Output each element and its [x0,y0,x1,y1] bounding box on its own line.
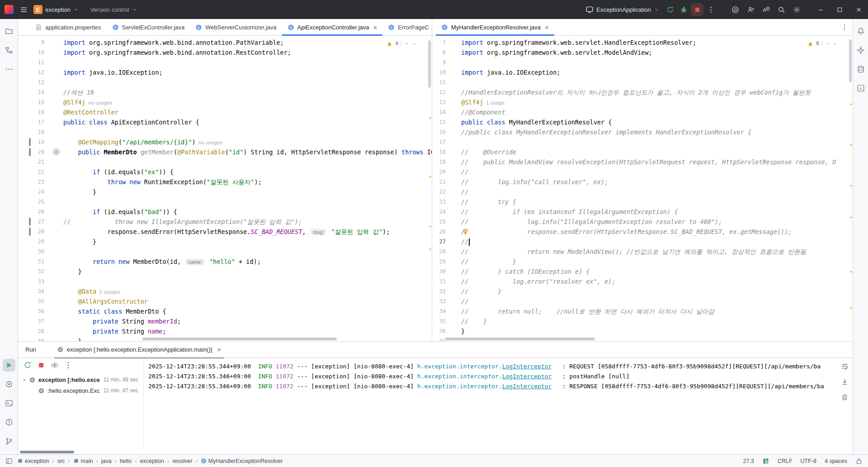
preview-icon [51,361,59,369]
close-tab-icon[interactable]: × [545,24,549,31]
stop-button[interactable] [691,3,703,16]
project-folder-button[interactable] [3,25,15,38]
run-tab[interactable]: G exception [:hello.exception.ExceptionA… [54,342,224,358]
maximize-button[interactable] [830,0,849,19]
breadcrumb-item[interactable]: resolver [172,458,192,464]
breadcrumb-item[interactable]: main [73,458,93,464]
problems-button[interactable] [3,416,15,429]
properties-file-icon [35,24,42,31]
lock-icon[interactable] [855,457,863,465]
editor-tab-servletexcontroller-java[interactable]: CServletExController.java [107,19,190,35]
code-line: 19// public ModelAndView resolveExceptio… [432,157,853,167]
settings-button[interactable] [790,3,803,16]
line-ending-widget[interactable]: CRLF [778,458,793,464]
intention-bulb-icon[interactable] [462,228,469,235]
line-number: 12 [18,67,44,77]
scrollbar-horizontal[interactable] [446,338,595,340]
code-editor-right[interactable]: 6 7import org.springframework.web.servle… [432,36,853,341]
terminal-button[interactable] [3,397,15,410]
rerun-button[interactable] [664,3,676,16]
code-text: public class ApiExceptionController { [63,117,199,127]
translation-button[interactable]: A [854,82,867,95]
encoding-widget[interactable]: UTF-8 [801,458,816,464]
status-squares-icon[interactable] [762,457,769,465]
close-icon[interactable]: × [217,346,221,353]
scrollbar-vertical[interactable] [428,40,431,88]
code-text: //@Component [461,107,505,117]
editor-tab-application-properties[interactable]: application.properties [30,19,107,35]
next-warning-icon[interactable] [412,41,417,46]
translate-button[interactable]: A [760,3,772,16]
logger-class-link[interactable]: LogInterceptor [502,373,552,380]
logger-class-link[interactable]: LogInterceptor [502,363,552,370]
endpoints-button[interactable] [3,378,15,391]
structure-button[interactable] [3,44,15,57]
code-editor-left[interactable]: 4 9import org.springframework.web.bind.a… [18,36,432,341]
tab-options-icon[interactable] [841,24,848,31]
editor-tab-webservercustomizer-java[interactable]: CWebServerCustomizer.java [190,19,282,35]
more-actions-button[interactable] [704,3,717,16]
code-text: response.sendError(HttpServletResponse.S… [63,227,390,237]
breadcrumb-item[interactable]: CMyHandlerExceptionResolver [201,458,283,464]
ai-assistant-button[interactable] [854,44,867,57]
code-line: 10import java.io.IOException; [432,67,853,77]
more-tools-button[interactable] [3,63,15,76]
database-button[interactable] [854,63,867,76]
mentions-button[interactable]: @ [729,3,741,16]
close-tab-icon[interactable]: × [373,24,377,31]
vcs-widget[interactable]: Version control [87,5,141,15]
code-text: @RestController [63,107,118,117]
run-tool-button[interactable] [3,359,15,372]
more-tools-icon [5,65,13,73]
tool-window-layout-icon[interactable] [5,457,13,465]
inspections-widget[interactable]: 4 [383,39,420,48]
editor-tab-errorpagec[interactable]: CErrorPageC [382,19,434,35]
code-line: 34// return null; //null로 반환 하면 다시 예외가 터… [432,306,853,316]
line-number: 27 [18,217,44,227]
clear-console-button[interactable] [841,393,849,402]
code-line: 14//@Component [432,107,853,117]
breadcrumb-item[interactable]: java [101,458,112,464]
gutter [446,97,461,107]
breadcrumb-item[interactable]: hello [120,458,132,464]
console-scrollbar-horizontal[interactable] [18,450,853,454]
run-configuration-selector[interactable]: ExceptionApplication [582,4,663,15]
debug-button[interactable] [677,3,690,16]
run-tree-item[interactable]: Gexception [:hello.exce11 min, 48 sec [18,374,143,385]
log-message: : postHandle [null] [552,373,629,380]
prev-warning-icon[interactable] [404,41,409,46]
notifications-button[interactable] [854,25,867,38]
project-widget[interactable]: E exception [30,3,82,16]
preview-button[interactable] [51,361,59,371]
breadcrumb-item[interactable]: src [57,458,65,464]
next-warning-icon[interactable] [833,41,838,46]
prev-warning-icon[interactable] [825,41,830,46]
more-button[interactable] [64,361,72,371]
git-branch-button[interactable] [3,435,15,448]
breadcrumb-item[interactable]: exception [140,458,165,464]
code-with-me-button[interactable] [744,3,757,16]
tab-bar-left: application.propertiesCServletExControll… [18,19,432,36]
logger-class-link[interactable]: LogInterceptor [502,383,552,390]
soft-wrap-button[interactable] [841,362,849,372]
scroll-to-end-button[interactable] [841,378,849,387]
caret-position-widget[interactable]: 27:3 [743,458,754,464]
inspections-widget[interactable]: 6 [804,39,841,48]
editor-tab-myhandlerexceptionresolver-java[interactable]: CMyHandlerExceptionResolver.java× [436,19,554,35]
indent-widget[interactable]: 4 spaces [825,458,847,464]
gutter [44,57,63,67]
scrollbar-horizontal[interactable] [142,338,337,340]
stop-button[interactable] [37,361,45,371]
scrollbar-vertical[interactable] [849,39,852,82]
search-everywhere-button[interactable] [775,3,788,16]
breadcrumb-item[interactable]: exception [17,458,49,464]
editor-tab-apiexceptioncontroller-java[interactable]: CApiExceptionController.java× [282,19,383,35]
rerun-button[interactable] [24,361,32,371]
close-button[interactable] [849,0,868,19]
main-menu-button[interactable] [17,3,30,16]
minimize-button[interactable] [811,0,830,19]
gutter [44,237,63,247]
url-mapping-gutter-icon[interactable]: @ [53,148,60,155]
console-output[interactable]: 2025-12-14T23:28:55.344+09:00 INFO 11072… [144,358,836,450]
run-tree-item[interactable]: G:hello.exception.Exc11 min, 47 sec [18,385,143,396]
